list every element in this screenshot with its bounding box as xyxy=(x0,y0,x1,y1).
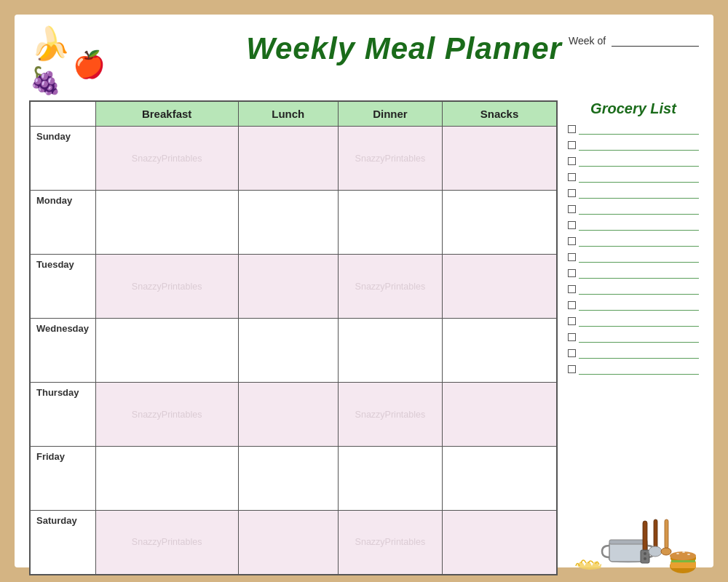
wednesday-breakfast[interactable] xyxy=(95,319,238,383)
tuesday-lunch[interactable] xyxy=(238,255,338,319)
friday-snacks[interactable] xyxy=(443,447,557,511)
grocery-section: Grocery List xyxy=(568,100,699,575)
list-item xyxy=(568,139,699,151)
monday-breakfast[interactable] xyxy=(95,191,238,255)
watermark: SnazzyPrintables xyxy=(132,154,202,164)
wednesday-lunch[interactable] xyxy=(238,319,338,383)
sunday-dinner[interactable]: SnazzyPrintables xyxy=(338,127,442,191)
saturday-snacks[interactable] xyxy=(443,511,557,575)
meal-planner-table: Breakfast Lunch Dinner Snacks Sunday Sna… xyxy=(29,100,558,575)
friday-dinner[interactable] xyxy=(338,447,442,511)
grocery-line xyxy=(579,363,699,375)
svg-rect-4 xyxy=(641,550,649,563)
wednesday-dinner[interactable] xyxy=(338,319,442,383)
list-item xyxy=(568,171,699,183)
grocery-checkbox[interactable] xyxy=(568,349,576,357)
svg-point-18 xyxy=(687,554,690,555)
grocery-checkbox[interactable] xyxy=(568,125,576,133)
thursday-snacks[interactable] xyxy=(443,383,557,447)
grocery-checkbox[interactable] xyxy=(568,365,576,373)
table-row: Thursday SnazzyPrintables SnazzyPrintabl… xyxy=(30,383,557,447)
svg-point-8 xyxy=(649,546,662,557)
svg-point-10 xyxy=(661,548,671,555)
grocery-line xyxy=(579,203,699,215)
grocery-checkbox[interactable] xyxy=(568,189,576,197)
watermark: SnazzyPrintables xyxy=(355,537,426,547)
list-item xyxy=(568,235,699,247)
wednesday-snacks[interactable] xyxy=(443,319,557,383)
tuesday-breakfast[interactable]: SnazzyPrintables xyxy=(95,255,238,319)
sunday-label: Sunday xyxy=(30,127,95,191)
table-row: Wednesday xyxy=(30,319,557,383)
monday-lunch[interactable] xyxy=(238,191,338,255)
sunday-breakfast[interactable]: SnazzyPrintables xyxy=(95,127,238,191)
grocery-checkbox[interactable] xyxy=(568,157,576,165)
empty-header xyxy=(30,101,95,127)
list-item xyxy=(568,123,699,135)
tuesday-dinner[interactable]: SnazzyPrintables xyxy=(338,255,442,319)
thursday-dinner[interactable]: SnazzyPrintables xyxy=(338,383,442,447)
table-row: Tuesday SnazzyPrintables SnazzyPrintable… xyxy=(30,255,557,319)
svg-rect-3 xyxy=(643,521,647,551)
grocery-line xyxy=(579,123,699,135)
friday-lunch[interactable] xyxy=(238,447,338,511)
lunch-header: Lunch xyxy=(238,101,338,127)
grocery-line xyxy=(579,155,699,167)
planner-section: Breakfast Lunch Dinner Snacks Sunday Sna… xyxy=(29,100,558,575)
grocery-line xyxy=(579,283,699,295)
svg-point-6 xyxy=(644,557,646,560)
grocery-list xyxy=(568,123,699,514)
grapes-icon: 🍇 xyxy=(29,65,62,96)
sunday-snacks[interactable] xyxy=(443,127,557,191)
thursday-lunch[interactable] xyxy=(238,383,338,447)
list-item xyxy=(568,187,699,199)
saturday-lunch[interactable] xyxy=(238,511,338,575)
grocery-checkbox[interactable] xyxy=(568,269,576,277)
grocery-line xyxy=(579,315,699,327)
list-item xyxy=(568,203,699,215)
grocery-checkbox[interactable] xyxy=(568,205,576,213)
grocery-checkbox[interactable] xyxy=(568,317,576,325)
monday-snacks[interactable] xyxy=(443,191,557,255)
list-item xyxy=(568,219,699,231)
monday-dinner[interactable] xyxy=(338,191,442,255)
grocery-checkbox[interactable] xyxy=(568,333,576,341)
list-item xyxy=(568,347,699,359)
saturday-dinner[interactable]: SnazzyPrintables xyxy=(338,511,442,575)
watermark: SnazzyPrintables xyxy=(355,410,426,420)
dinner-header: Dinner xyxy=(338,101,442,127)
grocery-checkbox[interactable] xyxy=(568,141,576,149)
list-item xyxy=(568,251,699,263)
tuesday-snacks[interactable] xyxy=(443,255,557,319)
svg-rect-9 xyxy=(665,519,668,549)
grocery-checkbox[interactable] xyxy=(568,301,576,309)
list-item xyxy=(568,155,699,167)
sunday-lunch[interactable] xyxy=(238,127,338,191)
grocery-line xyxy=(579,219,699,231)
table-row: Saturday SnazzyPrintables SnazzyPrintabl… xyxy=(30,511,557,575)
week-of-area: Week of xyxy=(569,35,699,47)
list-item xyxy=(568,299,699,311)
svg-rect-2 xyxy=(609,540,647,544)
monday-label: Monday xyxy=(30,191,95,255)
svg-point-17 xyxy=(682,551,685,553)
grocery-checkbox[interactable] xyxy=(568,221,576,229)
grocery-checkbox[interactable] xyxy=(568,285,576,293)
grocery-checkbox[interactable] xyxy=(568,173,576,181)
page: 🍌 🍎 🍇 Weekly Meal Planner Week of Breakf… xyxy=(15,15,713,567)
thursday-breakfast[interactable]: SnazzyPrintables xyxy=(95,383,238,447)
grocery-line xyxy=(579,251,699,263)
kitchen-utensils-svg xyxy=(570,514,697,575)
svg-rect-7 xyxy=(654,519,657,549)
title-area: Weekly Meal Planner xyxy=(109,28,699,66)
list-item xyxy=(568,331,699,343)
watermark: SnazzyPrintables xyxy=(355,154,426,164)
wednesday-label: Wednesday xyxy=(30,319,95,383)
grocery-checkbox[interactable] xyxy=(568,253,576,261)
friday-breakfast[interactable] xyxy=(95,447,238,511)
saturday-breakfast[interactable]: SnazzyPrintables xyxy=(95,511,238,575)
grocery-checkbox[interactable] xyxy=(568,237,576,245)
grocery-line xyxy=(579,139,699,151)
watermark: SnazzyPrintables xyxy=(132,410,202,420)
banana-icon: 🍌 xyxy=(31,25,71,63)
